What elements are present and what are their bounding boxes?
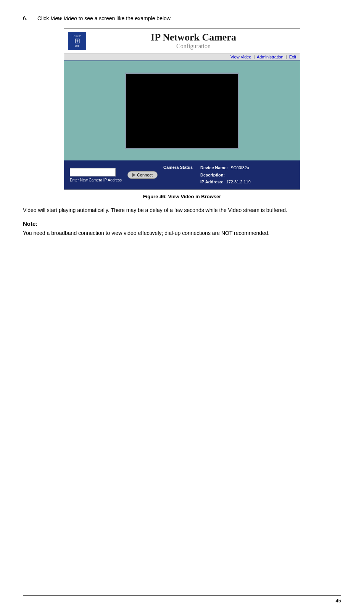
ip-input-wrapper: Enter New Camera IP Address — [70, 168, 122, 182]
camera-sub-title: Configuration — [91, 43, 296, 50]
logo-one-text: one — [75, 44, 79, 47]
camera-header: level° ⊞ one IP Network Camera Configura… — [64, 29, 300, 53]
ip-address-label: IP Address: — [200, 180, 224, 184]
description-row: Description: — [200, 172, 251, 179]
camera-main-title: IP Network Camera — [91, 32, 296, 43]
nav-separator-1: | — [254, 55, 255, 59]
ip-address-entry-label: Enter New Camera IP Address — [70, 178, 122, 182]
connect-button[interactable]: Connect — [127, 171, 158, 179]
camera-status-details: Device Name: SC00f32a Description: IP Ad… — [200, 164, 251, 186]
camera-ui-screenshot: level° ⊞ one IP Network Camera Configura… — [64, 28, 300, 190]
camera-status-label: Camera Status — [163, 164, 193, 170]
page-footer: 45 — [23, 595, 341, 604]
step-italic: View Video — [50, 15, 77, 21]
step-number: 6. — [23, 15, 34, 21]
camera-ip-input[interactable] — [70, 168, 116, 176]
note-text: You need a broadband connection to view … — [23, 229, 341, 237]
figure-caption: Figure 46: View Video in Browser — [23, 194, 341, 199]
nav-separator-2: | — [286, 55, 287, 59]
camera-status-section: Camera Status Device Name: SC00f32a Desc… — [163, 164, 294, 186]
ip-address-value: 172.31.2.119 — [226, 180, 251, 184]
camera-video-area — [64, 61, 300, 160]
device-name-value: SC00f32a — [230, 165, 249, 170]
page-number: 45 — [336, 598, 341, 604]
exit-link[interactable]: Exit — [289, 55, 296, 59]
step-text: Click View Video to see a screen like th… — [37, 15, 172, 21]
view-video-link[interactable]: View Video — [230, 55, 251, 59]
video-frame — [125, 73, 239, 149]
step-instruction: 6. Click View Video to see a screen like… — [23, 15, 341, 21]
device-name-row: Device Name: SC00f32a — [200, 164, 251, 172]
logo-box: level° ⊞ one — [68, 32, 86, 50]
step-rest: to see a screen like the example below. — [77, 15, 172, 21]
device-name-label: Device Name: — [200, 165, 228, 170]
connect-label: Connect — [137, 173, 153, 177]
play-icon — [132, 173, 135, 177]
ip-address-row: IP Address: 172.31.2.119 — [200, 178, 251, 186]
description-label: Description: — [200, 173, 225, 177]
note-heading: Note: — [23, 220, 341, 227]
camera-title-block: IP Network Camera Configuration — [91, 32, 296, 50]
body-text: Video will start playing automatically. … — [23, 206, 341, 214]
administration-link[interactable]: Administration — [257, 55, 283, 59]
logo-icon: ⊞ — [74, 37, 80, 44]
camera-nav-bar: View Video | Administration | Exit — [64, 53, 300, 61]
camera-control-bar: Enter New Camera IP Address Connect Came… — [64, 160, 300, 189]
